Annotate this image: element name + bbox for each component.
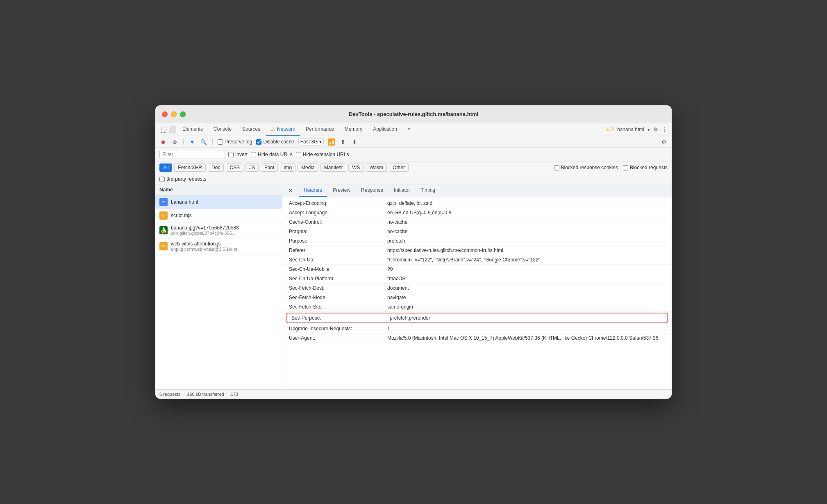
minimize-button[interactable] <box>171 111 177 117</box>
upload-icon[interactable]: ⬆ <box>339 138 347 145</box>
header-row: Referer: https://speculative-rules.glitc… <box>282 246 672 255</box>
separator-2 <box>212 138 213 145</box>
right-tabs: ✕ Headers Preview Response Initiator Tim… <box>282 184 672 197</box>
maximize-button[interactable] <box>180 111 186 117</box>
third-party-label[interactable]: 3rd-party requests <box>159 176 206 182</box>
request-name: web-vitals.attribution.js unpkg.com/web-… <box>171 241 237 252</box>
tab-application[interactable]: Application <box>368 123 402 136</box>
tab-network[interactable]: ⚠ Network <box>266 123 300 136</box>
headers-content: Accept-Encoding: gzip, deflate, br, zstd… <box>282 197 672 389</box>
tab-response[interactable]: Response <box>356 184 388 197</box>
settings-icon[interactable]: ⚙ <box>653 126 659 133</box>
header-row: Sec-Fetch-Dest: document <box>282 284 672 293</box>
title-bar: DevTools - speculative-rules.glitch.me/b… <box>155 105 672 123</box>
close-button[interactable] <box>162 111 168 117</box>
blocked-requests-checkbox[interactable] <box>623 165 628 170</box>
more-icon[interactable]: ⋮ <box>662 126 668 133</box>
invert-label[interactable]: Invert <box>228 152 248 157</box>
request-item[interactable]: 🍌 banana.jpg?v=1705668720588 cdn.glitch.… <box>155 222 282 238</box>
clear-button[interactable]: ⊘ <box>171 138 178 145</box>
js-icon: </> <box>159 242 168 250</box>
request-list: ≡ banana.html </> script.mjs 🍌 ban <box>155 195 282 389</box>
type-wasm-button[interactable]: Wasm <box>366 163 387 172</box>
status-bar: 6 requests 160 kB transferred 173 <box>155 389 672 399</box>
close-detail-button[interactable]: ✕ <box>286 186 295 195</box>
header-row: Purpose: prefetch <box>282 236 672 246</box>
tab-more[interactable]: » <box>403 123 416 136</box>
blocked-cookies-checkbox[interactable] <box>554 165 559 170</box>
disable-cache-checkbox[interactable] <box>256 139 261 145</box>
page-selector[interactable]: banana.html <box>617 127 644 132</box>
devtools-window: DevTools - speculative-rules.glitch.me/b… <box>155 105 672 399</box>
left-panel-header: Name <box>155 184 282 195</box>
tab-memory[interactable]: Memory <box>340 123 367 136</box>
type-media-button[interactable]: Media <box>298 163 318 172</box>
blocked-cookies-label[interactable]: Blocked response cookies <box>554 165 618 170</box>
traffic-lights <box>162 111 186 117</box>
hide-extension-urls-checkbox[interactable] <box>296 152 301 157</box>
stop-recording-button[interactable]: ⏺ <box>159 138 167 145</box>
search-icon[interactable]: 🔍 <box>200 138 207 145</box>
network-warning-icon: ⚠ <box>271 126 275 132</box>
type-other-button[interactable]: Other <box>389 163 409 172</box>
header-row: Upgrade-Insecure-Requests: 1 <box>282 324 672 334</box>
download-icon[interactable]: ⬇ <box>351 138 358 145</box>
page-dropdown-icon[interactable]: ▾ <box>648 127 650 132</box>
tab-console[interactable]: Console <box>209 123 236 136</box>
tab-right-area: ⚠ ⚠ 22 banana.html ▾ ⚙ ⋮ <box>605 126 668 133</box>
type-img-button[interactable]: Img <box>280 163 295 172</box>
type-css-button[interactable]: CSS <box>226 163 243 172</box>
type-font-button[interactable]: Font <box>261 163 278 172</box>
transfer-size: 160 kB transferred <box>187 392 224 397</box>
filter-icon[interactable]: ▼ <box>189 138 196 145</box>
type-js-button[interactable]: JS <box>245 163 259 172</box>
type-all-button[interactable]: All <box>159 163 172 172</box>
invert-checkbox[interactable] <box>228 152 234 157</box>
header-row: Pragma: no-cache <box>282 227 672 236</box>
devtools-settings-icon[interactable]: ⚙ <box>660 138 668 145</box>
tab-timing[interactable]: Timing <box>416 184 440 197</box>
html-icon: ≡ <box>159 198 168 206</box>
right-panel: ✕ Headers Preview Response Initiator Tim… <box>282 184 672 389</box>
tab-performance[interactable]: Performance <box>301 123 339 136</box>
tab-preview[interactable]: Preview <box>328 184 355 197</box>
tab-sources[interactable]: Sources <box>237 123 265 136</box>
request-item[interactable]: </> web-vitals.attribution.js unpkg.com/… <box>155 238 282 254</box>
hide-data-urls-checkbox[interactable] <box>251 152 256 157</box>
throttle-dropdown-icon: ▾ <box>319 139 322 145</box>
hide-extension-urls-label[interactable]: Hide extension URLs <box>296 152 349 157</box>
main-tab-bar: ⬚ ⬜ Elements Console Sources ⚠ Network P… <box>155 123 672 136</box>
tab-elements[interactable]: Elements <box>177 123 208 136</box>
request-item[interactable]: ≡ banana.html <box>155 195 282 209</box>
header-row: Sec-Ch-Ua: "Chromium";v="122", "Not(A:Br… <box>282 255 672 265</box>
type-doc-button[interactable]: Doc <box>208 163 224 172</box>
wifi-icon[interactable]: 📶 <box>328 138 335 145</box>
type-manifest-button[interactable]: Manifest <box>320 163 346 172</box>
type-fetch-button[interactable]: Fetch/XHR <box>174 163 206 172</box>
hide-data-urls-label[interactable]: Hide data URLs <box>251 152 293 157</box>
header-row: Cache-Control: no-cache <box>282 218 672 227</box>
preserve-log-checkbox[interactable] <box>218 139 223 145</box>
separator-1 <box>183 138 184 145</box>
inspect-icon[interactable]: ⬜ <box>168 125 177 134</box>
tab-headers[interactable]: Headers <box>299 184 327 197</box>
preserve-log-label[interactable]: Preserve log <box>218 139 252 145</box>
header-row: Sec-Fetch-Mode: navigate <box>282 293 672 302</box>
request-count: 6 requests <box>159 392 180 397</box>
request-name: banana.jpg?v=1705668720588 cdn.glitch.gl… <box>171 225 239 236</box>
cursor-icon[interactable]: ⬚ <box>159 125 168 134</box>
main-content: Name ≡ banana.html </> script.mjs <box>155 184 672 389</box>
controls-right: ⚙ <box>660 138 668 145</box>
request-item[interactable]: </> script.mjs <box>155 209 282 222</box>
type-ws-button[interactable]: WS <box>348 163 364 172</box>
disable-cache-label[interactable]: Disable cache <box>256 139 294 145</box>
left-panel: Name ≡ banana.html </> script.mjs <box>155 184 282 389</box>
type-bar-right: Blocked response cookies Blocked request… <box>554 165 668 170</box>
filter-input[interactable] <box>159 150 225 159</box>
filter-bar: Invert Hide data URLs Hide extension URL… <box>155 148 672 161</box>
throttle-select[interactable]: Fast 3G ▾ <box>298 138 324 145</box>
third-party-checkbox[interactable] <box>159 177 165 182</box>
blocked-requests-label[interactable]: Blocked requests <box>623 165 668 170</box>
tab-initiator[interactable]: Initiator <box>389 184 415 197</box>
header-row: Sec-Ch-Ua-Platform: "macOS" <box>282 274 672 284</box>
